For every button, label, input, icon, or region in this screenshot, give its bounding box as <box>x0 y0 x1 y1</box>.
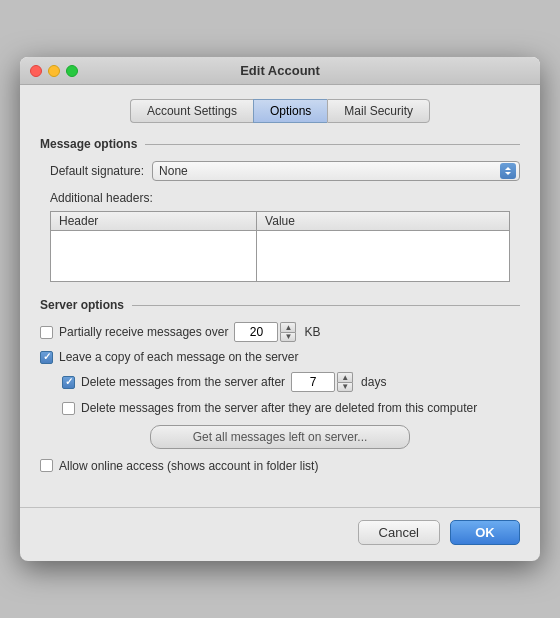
maximize-button[interactable] <box>66 65 78 77</box>
delete-after-down-button[interactable]: ▼ <box>337 382 353 392</box>
partially-receive-checkbox[interactable] <box>40 326 53 339</box>
value-col-header: Value <box>257 212 509 230</box>
window-content: Account Settings Options Mail Security M… <box>20 85 540 503</box>
minimize-button[interactable] <box>48 65 60 77</box>
delete-after-label: Delete messages from the server after <box>81 375 285 389</box>
default-signature-label: Default signature: <box>50 164 144 178</box>
delete-after-spinner: ▲ ▼ <box>291 372 353 392</box>
tab-account-settings[interactable]: Account Settings <box>130 99 253 123</box>
close-button[interactable] <box>30 65 42 77</box>
partially-receive-down-button[interactable]: ▼ <box>280 332 296 342</box>
headers-table-body[interactable] <box>51 231 509 281</box>
headers-table: Header Value <box>50 211 510 282</box>
message-options-header: Message options <box>40 137 520 151</box>
server-options-header: Server options <box>40 298 520 312</box>
default-signature-select-wrapper: None <box>152 161 520 181</box>
leave-copy-row: Leave a copy of each message on the serv… <box>40 350 520 364</box>
default-signature-row: Default signature: None <box>50 161 520 181</box>
get-all-messages-button[interactable]: Get all messages left on server... <box>150 425 410 449</box>
delete-after-unit: days <box>361 375 386 389</box>
leave-copy-checkbox[interactable] <box>40 351 53 364</box>
window-title: Edit Account <box>240 63 320 78</box>
partially-receive-spinner: ▲ ▼ <box>234 322 296 342</box>
allow-online-checkbox[interactable] <box>40 459 53 472</box>
edit-account-window: Edit Account Account Settings Options Ma… <box>20 57 540 561</box>
delete-after-input[interactable] <box>291 372 335 392</box>
tab-options[interactable]: Options <box>253 99 327 123</box>
delete-from-computer-checkbox[interactable] <box>62 402 75 415</box>
additional-headers-label: Additional headers: <box>50 191 520 205</box>
tab-mail-security[interactable]: Mail Security <box>327 99 430 123</box>
partially-receive-row: Partially receive messages over ▲ ▼ KB <box>40 322 520 342</box>
headers-table-header-row: Header Value <box>51 212 509 231</box>
partially-receive-input[interactable] <box>234 322 278 342</box>
partially-receive-unit: KB <box>304 325 320 339</box>
cancel-button[interactable]: Cancel <box>358 520 440 545</box>
dialog-footer: Cancel OK <box>20 507 540 561</box>
traffic-lights <box>30 65 78 77</box>
delete-from-computer-row: Delete messages from the server after th… <box>62 400 520 417</box>
allow-online-row: Allow online access (shows account in fo… <box>40 459 520 473</box>
delete-after-row: Delete messages from the server after ▲ … <box>62 372 520 392</box>
partially-receive-spinner-buttons: ▲ ▼ <box>280 322 296 342</box>
delete-from-computer-label: Delete messages from the server after th… <box>81 400 477 417</box>
allow-online-label: Allow online access (shows account in fo… <box>59 459 318 473</box>
delete-after-spinner-buttons: ▲ ▼ <box>337 372 353 392</box>
value-col-body[interactable] <box>257 231 509 281</box>
tab-bar: Account Settings Options Mail Security <box>40 99 520 123</box>
leave-copy-label: Leave a copy of each message on the serv… <box>59 350 298 364</box>
partially-receive-label: Partially receive messages over <box>59 325 228 339</box>
ok-button[interactable]: OK <box>450 520 520 545</box>
default-signature-select[interactable]: None <box>152 161 520 181</box>
server-options-group: Partially receive messages over ▲ ▼ KB L… <box>40 322 520 473</box>
header-col-body[interactable] <box>51 231 257 281</box>
title-bar: Edit Account <box>20 57 540 85</box>
header-col-header: Header <box>51 212 257 230</box>
delete-after-up-button[interactable]: ▲ <box>337 372 353 382</box>
delete-after-checkbox[interactable] <box>62 376 75 389</box>
partially-receive-up-button[interactable]: ▲ <box>280 322 296 332</box>
